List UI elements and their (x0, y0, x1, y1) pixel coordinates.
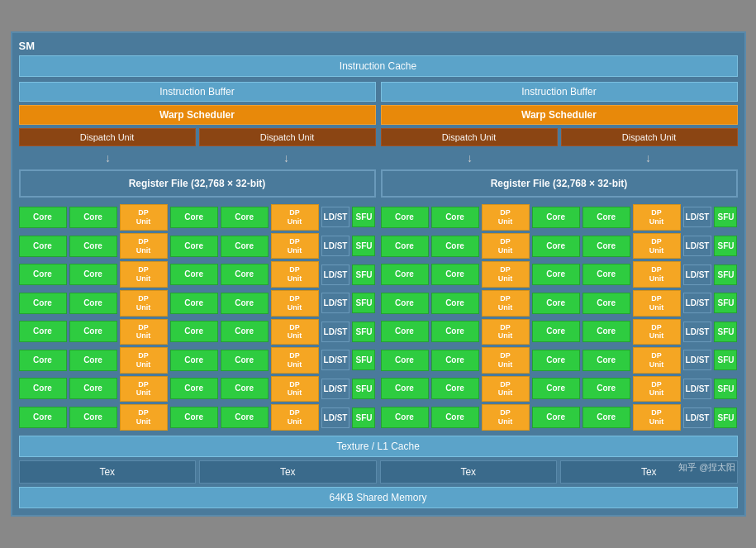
sfu-cell: SFU (352, 407, 375, 428)
dp-unit-cell: DPUnit (120, 347, 168, 374)
core-cell: Core (532, 236, 580, 257)
left-core-row-5: Core Core DPUnit Core Core DPUnit LD/ST … (19, 319, 376, 345)
dp-unit-cell: DPUnit (482, 290, 530, 317)
left-dispatch-row: Dispatch Unit Dispatch Unit (19, 128, 376, 146)
core-cell: Core (431, 378, 479, 399)
right-arrows: ↓ ↓ (381, 151, 738, 164)
ldst-cell: LD/ST (321, 322, 350, 342)
core-cell: Core (381, 293, 429, 314)
core-cell: Core (431, 236, 479, 257)
dp-unit-cell: DPUnit (482, 233, 530, 260)
core-cell: Core (431, 321, 479, 342)
texture-l1-cache: Texture / L1 Cache (19, 436, 738, 457)
left-arrow-1: ↓ (105, 151, 111, 164)
tex-cell-2: Tex (199, 460, 377, 484)
sfu-cell: SFU (714, 407, 737, 428)
left-register-file: Register File (32,768 × 32-bit) (19, 169, 376, 198)
right-arrow-2: ↓ (645, 151, 651, 164)
dp-unit-cell: DPUnit (120, 290, 168, 317)
left-instruction-buffer: Instruction Buffer (19, 82, 376, 102)
dp-unit-cell: DPUnit (482, 204, 530, 231)
core-cell: Core (221, 407, 269, 428)
instruction-cache: Instruction Cache (19, 55, 738, 77)
core-cell: Core (582, 207, 630, 228)
core-cell: Core (532, 407, 580, 428)
dp-unit-cell: DPUnit (633, 261, 681, 288)
watermark: 知乎 @捏太阳 (678, 461, 735, 474)
core-cell: Core (582, 236, 630, 257)
sfu-cell: SFU (352, 322, 375, 342)
left-core-row-4: Core Core DPUnit Core Core DPUnit LD/ST … (19, 290, 376, 317)
dp-unit-cell: DPUnit (633, 319, 681, 345)
dp-unit-cell: DPUnit (633, 204, 681, 231)
core-cell: Core (582, 293, 630, 314)
core-cell: Core (381, 350, 429, 371)
dp-unit-cell: DPUnit (271, 376, 319, 403)
dp-unit-cell: DPUnit (271, 233, 319, 260)
dp-unit-cell: DPUnit (120, 233, 168, 260)
left-core-row-8: Core Core DPUnit Core Core DPUnit LD/ST … (19, 404, 376, 431)
ldst-cell: LD/ST (321, 236, 350, 256)
left-core-row-6: Core Core DPUnit Core Core DPUnit LD/ST … (19, 347, 376, 374)
dp-unit-cell: DPUnit (633, 290, 681, 317)
ldst-cell: LD/ST (683, 350, 712, 370)
left-dispatch-unit-2: Dispatch Unit (199, 128, 376, 146)
left-core-row-3: Core Core DPUnit Core Core DPUnit LD/ST … (19, 261, 376, 288)
core-cell: Core (431, 350, 479, 371)
sfu-cell: SFU (714, 350, 737, 370)
core-cell: Core (221, 378, 269, 399)
core-cell: Core (19, 321, 67, 342)
dp-unit-cell: DPUnit (120, 376, 168, 403)
right-core-row-4: Core Core DPUnit Core Core DPUnit LD/ST … (381, 290, 738, 317)
sfu-cell: SFU (352, 264, 375, 285)
core-cell: Core (221, 236, 269, 257)
right-core-row-7: Core Core DPUnit Core Core DPUnit LD/ST … (381, 376, 738, 403)
right-dispatch-row: Dispatch Unit Dispatch Unit (381, 128, 738, 146)
right-core-row-8: Core Core DPUnit Core Core DPUnit LD/ST … (381, 404, 738, 431)
core-cell: Core (19, 207, 67, 228)
left-warp-scheduler: Warp Scheduler (19, 105, 376, 125)
dp-unit-cell: DPUnit (271, 319, 319, 345)
right-warp-scheduler: Warp Scheduler (381, 105, 738, 125)
dp-unit-cell: DPUnit (482, 319, 530, 345)
ldst-cell: LD/ST (321, 379, 350, 399)
ldst-cell: LD/ST (321, 207, 350, 227)
core-cell: Core (532, 321, 580, 342)
core-cell: Core (221, 264, 269, 285)
core-cell: Core (19, 236, 67, 257)
core-cell: Core (19, 293, 67, 314)
core-cell: Core (170, 321, 218, 342)
right-core-row-3: Core Core DPUnit Core Core DPUnit LD/ST … (381, 261, 738, 288)
right-core-row-5: Core Core DPUnit Core Core DPUnit LD/ST … (381, 319, 738, 345)
sfu-cell: SFU (714, 293, 737, 313)
dp-unit-cell: DPUnit (271, 290, 319, 317)
right-arrow-1: ↓ (467, 151, 473, 164)
core-cell: Core (582, 350, 630, 371)
ldst-cell: LD/ST (683, 264, 712, 285)
core-cell: Core (221, 293, 269, 314)
sfu-cell: SFU (352, 293, 375, 313)
right-dispatch-unit-1: Dispatch Unit (381, 128, 558, 146)
core-cell: Core (532, 264, 580, 285)
ldst-cell: LD/ST (321, 293, 350, 313)
core-cell: Core (69, 321, 117, 342)
dp-unit-cell: DPUnit (482, 376, 530, 403)
tex-row: Tex Tex Tex Tex (19, 460, 738, 484)
left-arrow-2: ↓ (283, 151, 289, 164)
core-cell: Core (381, 378, 429, 399)
sfu-cell: SFU (714, 236, 737, 256)
dp-unit-cell: DPUnit (271, 204, 319, 231)
core-cell: Core (582, 407, 630, 428)
sm-container: SM Instruction Cache Instruction Buffer … (11, 31, 746, 517)
left-core-row-2: Core Core DPUnit Core Core DPUnit LD/ST … (19, 233, 376, 260)
right-half: Instruction Buffer Warp Scheduler Dispat… (381, 82, 738, 431)
ldst-cell: LD/ST (321, 350, 350, 370)
core-cell: Core (431, 293, 479, 314)
dp-unit-cell: DPUnit (482, 404, 530, 431)
core-cell: Core (582, 264, 630, 285)
sfu-cell: SFU (714, 264, 737, 285)
core-cell: Core (170, 207, 218, 228)
ldst-cell: LD/ST (683, 236, 712, 256)
core-cell: Core (431, 207, 479, 228)
dp-unit-cell: DPUnit (271, 404, 319, 431)
